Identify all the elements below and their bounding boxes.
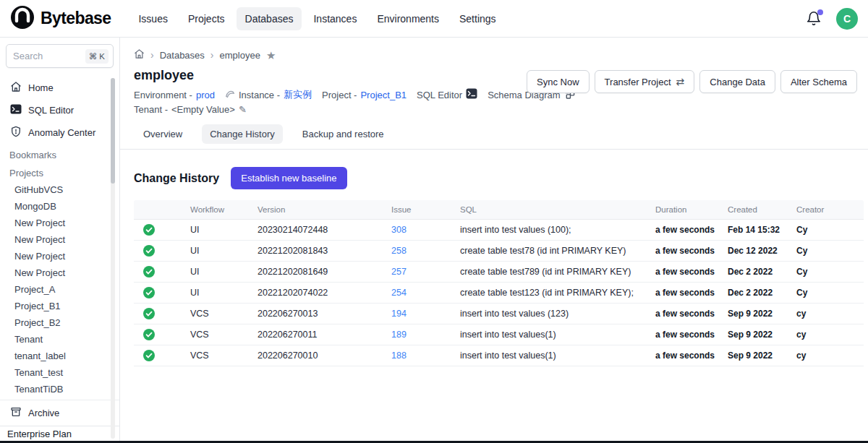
col-workflow: Workflow bbox=[184, 205, 252, 214]
sidebar-project-item[interactable]: New Project bbox=[0, 231, 119, 248]
breadcrumb-home-icon[interactable] bbox=[134, 48, 145, 61]
sidebar-item-label: Anomaly Center bbox=[28, 127, 95, 138]
nav-link[interactable]: Environments bbox=[368, 7, 448, 30]
sidebar-item-anomaly-center[interactable]: Anomaly Center bbox=[0, 121, 119, 144]
table-body: UI 20230214072448 308 insert into test v… bbox=[134, 220, 864, 366]
establish-baseline-button[interactable]: Establish new baseline bbox=[231, 167, 346, 189]
environment-meta: Environment - prod bbox=[134, 90, 215, 100]
terminal-icon bbox=[466, 88, 477, 101]
sidebar-item-label: Archive bbox=[28, 408, 59, 418]
sidebar-section-projects[interactable]: Projects bbox=[0, 162, 119, 180]
sidebar-project-item[interactable]: New Project bbox=[0, 264, 119, 281]
instance-label: Instance - bbox=[239, 90, 280, 100]
sidebar-project-item[interactable]: MongoDB bbox=[0, 198, 119, 215]
workflow-cell: VCS bbox=[184, 350, 252, 361]
page-header: employee Sync Now Transfer Project ⇄ Cha… bbox=[120, 68, 868, 115]
issue-link[interactable]: 188 bbox=[391, 350, 407, 361]
breadcrumb: › Databases › employee ★ bbox=[120, 38, 868, 61]
table-row[interactable]: UI 20230214072448 308 insert into test v… bbox=[134, 220, 864, 241]
version-cell[interactable]: 202206270013 bbox=[252, 309, 386, 319]
sidebar-project-item[interactable]: GitHubVCS bbox=[0, 181, 119, 198]
nav-link[interactable]: Databases bbox=[237, 7, 302, 30]
alter-schema-button[interactable]: Alter Schema bbox=[780, 70, 857, 93]
breadcrumb-databases[interactable]: Databases bbox=[160, 50, 205, 61]
table-row[interactable]: UI 20221202081843 258 create table test7… bbox=[134, 241, 864, 262]
sidebar-project-item[interactable]: Tenant bbox=[0, 331, 119, 348]
sidebar-project-item[interactable]: Project_A bbox=[0, 281, 119, 298]
nav-link[interactable]: Issues bbox=[129, 7, 176, 30]
sidebar-section-bookmarks[interactable]: Bookmarks bbox=[0, 144, 119, 162]
bytebase-logo-icon bbox=[10, 5, 35, 33]
workflow-cell: UI bbox=[184, 267, 252, 277]
sidebar-project-item[interactable]: Tenant_test bbox=[0, 364, 119, 381]
environment-link[interactable]: prod bbox=[196, 90, 215, 100]
button-label: Sync Now bbox=[537, 77, 579, 87]
table-row[interactable]: UI 20221202074022 254 create table test1… bbox=[134, 283, 864, 304]
table-row[interactable]: VCS 202206270010 188 insert into test va… bbox=[134, 345, 864, 366]
issue-link[interactable]: 308 bbox=[391, 225, 407, 235]
sidebar-project-item[interactable]: Project_B2 bbox=[0, 314, 119, 331]
tab[interactable]: Overview bbox=[135, 124, 190, 144]
sidebar-project-item[interactable]: New Project bbox=[0, 248, 119, 264]
user-avatar[interactable]: C bbox=[836, 8, 858, 30]
created-cell: Sep 9 2022 bbox=[722, 330, 791, 340]
search-box[interactable]: ⌘ K bbox=[6, 44, 114, 68]
project-link[interactable]: Project_B1 bbox=[360, 90, 407, 100]
version-cell[interactable]: 20221202074022 bbox=[252, 288, 386, 298]
issue-link[interactable]: 254 bbox=[391, 288, 407, 298]
version-cell[interactable]: 202206270011 bbox=[252, 330, 386, 340]
col-version: Version bbox=[252, 205, 386, 214]
table-row[interactable]: VCS 202206270013 194 insert into test va… bbox=[134, 304, 864, 324]
instance-link[interactable]: 新实例 bbox=[284, 88, 312, 101]
sidebar-item-home[interactable]: Home bbox=[0, 77, 119, 99]
table-row[interactable]: VCS 202206270011 189 insert into test va… bbox=[134, 324, 864, 345]
issue-link[interactable]: 258 bbox=[391, 246, 407, 256]
nav-link[interactable]: Instances bbox=[305, 7, 365, 30]
brand-logo[interactable]: Bytebase bbox=[10, 5, 111, 33]
transfer-project-button[interactable]: Transfer Project ⇄ bbox=[595, 70, 695, 93]
sidebar-project-item[interactable]: Project_B1 bbox=[0, 298, 119, 314]
search-input[interactable] bbox=[13, 51, 69, 61]
change-history-section-header: Change History Establish new baseline bbox=[134, 167, 868, 189]
version-cell[interactable]: 202206270010 bbox=[252, 350, 386, 361]
home-icon bbox=[10, 81, 22, 95]
creator-cell: Cy bbox=[791, 267, 864, 277]
edit-pencil-icon[interactable]: ✎ bbox=[239, 104, 247, 115]
sidebar-project-item[interactable]: tenant_label bbox=[0, 348, 119, 364]
version-cell[interactable]: 20221202081843 bbox=[252, 246, 386, 256]
sql-editor-shortcut[interactable]: SQL Editor bbox=[417, 88, 477, 101]
plan-label: Enterprise Plan bbox=[7, 429, 72, 439]
issue-link[interactable]: 194 bbox=[391, 309, 407, 319]
col-created: Created bbox=[722, 205, 791, 214]
tab[interactable]: Backup and restore bbox=[294, 124, 392, 144]
main-content: › Databases › employee ★ employee Sync N… bbox=[120, 38, 868, 443]
sidebar-item-archive[interactable]: Archive bbox=[0, 400, 119, 426]
nav-link[interactable]: Settings bbox=[451, 7, 505, 30]
sidebar-item-sql-editor[interactable]: SQL Editor bbox=[0, 99, 119, 121]
top-navbar: Bytebase Issues Projects Databases Insta… bbox=[0, 0, 868, 38]
issue-cell: 188 bbox=[386, 350, 454, 361]
version-cell[interactable]: 20230214072448 bbox=[252, 225, 386, 235]
table-row[interactable]: UI 20221202081649 257 create table test7… bbox=[134, 262, 864, 283]
issue-link[interactable]: 257 bbox=[391, 267, 407, 277]
version-cell[interactable]: 20221202081649 bbox=[252, 267, 386, 277]
change-data-button[interactable]: Change Data bbox=[699, 70, 775, 93]
tab[interactable]: Change History bbox=[202, 124, 283, 144]
creator-cell: cy bbox=[791, 350, 864, 361]
sync-now-button[interactable]: Sync Now bbox=[527, 70, 590, 93]
sidebar-project-item[interactable]: New Project bbox=[0, 215, 119, 231]
sidebar-scrollbar-track[interactable] bbox=[111, 78, 115, 439]
sidebar-scrollbar-thumb[interactable] bbox=[111, 78, 115, 184]
issue-link[interactable]: 189 bbox=[391, 330, 407, 340]
sidebar-project-item[interactable]: TenantTiDB bbox=[0, 381, 119, 397]
sql-cell: create table test789 (id int PRIMARY KEY… bbox=[454, 267, 650, 277]
action-buttons: Sync Now Transfer Project ⇄ Change Data … bbox=[527, 70, 857, 93]
issue-cell: 308 bbox=[386, 225, 454, 235]
nav-link[interactable]: Projects bbox=[179, 7, 234, 30]
creator-cell: Cy bbox=[791, 246, 864, 256]
notification-bell-icon[interactable] bbox=[806, 11, 822, 27]
instance-meta: Instance - 新实例 bbox=[225, 88, 312, 101]
sql-cell: insert into test values (123) bbox=[454, 309, 650, 319]
main-nav: Issues Projects Databases Instances Envi… bbox=[129, 7, 504, 30]
favorite-star-icon[interactable]: ★ bbox=[266, 50, 276, 61]
